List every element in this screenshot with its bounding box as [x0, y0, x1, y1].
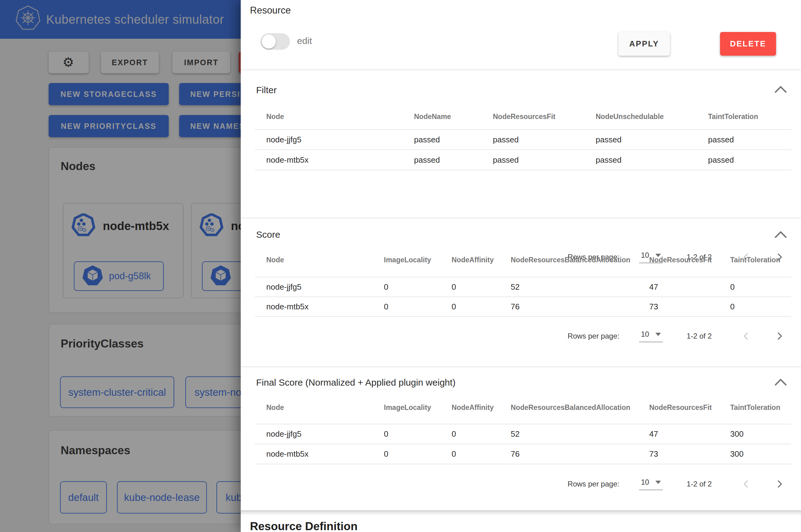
column-header: TaintToleration	[730, 403, 791, 412]
table-cell: node-jjfg5	[255, 282, 384, 292]
caret-down-icon	[655, 333, 661, 336]
table-cell: node-jjfg5	[255, 429, 384, 439]
table-cell: 300	[730, 449, 791, 459]
column-header: NodeResourcesBalancedAllocation	[511, 256, 649, 264]
table-cell: passed	[414, 155, 493, 165]
column-header: ImageLocality	[384, 403, 452, 412]
table-cell: 52	[511, 282, 649, 292]
page-range: 1-2 of 2	[687, 332, 712, 340]
resource-definition-title: Resource Definition	[250, 520, 358, 532]
card-divider	[241, 510, 801, 514]
table-row: node-mtb5x0076730	[255, 297, 791, 317]
final-score-section-title: Final Score (Normalized + Applied plugin…	[256, 377, 456, 388]
rows-per-page-label: Rows per page:	[568, 332, 619, 340]
table-cell: 73	[649, 302, 730, 311]
next-page-button[interactable]	[772, 477, 787, 491]
chevron-up-icon	[774, 230, 787, 239]
chevron-left-icon	[742, 479, 751, 489]
column-header: NodeResourcesFit	[493, 113, 596, 121]
table-row: node-mtb5xpassedpassedpassedpassed	[255, 150, 791, 170]
score-section-title: Score	[256, 229, 280, 240]
table-cell: node-jjfg5	[255, 135, 414, 145]
chevron-up-icon	[774, 85, 787, 94]
table-cell: 47	[649, 282, 730, 292]
previous-page-button[interactable]	[739, 477, 753, 491]
collapse-section-button[interactable]	[774, 229, 787, 241]
dialog-title: Resource	[250, 5, 291, 16]
table-cell: 76	[511, 302, 649, 311]
table-cell: 0	[452, 302, 511, 311]
column-header: TaintToleration	[708, 113, 791, 121]
column-header: NodeResourcesFit	[649, 256, 730, 264]
final-score-section: Final Score (Normalized + Applied plugin…	[241, 367, 801, 510]
delete-button[interactable]: DELETE	[720, 32, 776, 56]
table-cell: 0	[384, 282, 452, 292]
table-cell: passed	[596, 155, 708, 165]
rows-per-page-value: 10	[641, 478, 649, 487]
column-header: TaintToleration	[730, 256, 791, 264]
apply-button[interactable]: APPLY	[618, 32, 670, 56]
table-row: node-jjfg50052470	[255, 278, 791, 297]
edit-toggle[interactable]	[260, 33, 290, 50]
table-cell: passed	[414, 135, 493, 145]
score-section: Score NodeImageLocalityNodeAffinityNodeR…	[241, 218, 801, 367]
table-cell: 0	[452, 449, 511, 459]
filter-section-title: Filter	[256, 85, 277, 95]
column-header: NodeUnschedulable	[596, 113, 708, 121]
column-header: ImageLocality	[384, 256, 452, 264]
table-header-row: NodeImageLocalityNodeAffinityNodeResourc…	[255, 243, 791, 278]
table-cell: 0	[452, 429, 511, 439]
table-cell: 0	[452, 282, 511, 292]
column-header: Node	[255, 113, 414, 121]
table-cell: passed	[493, 135, 596, 145]
table-cell: passed	[493, 155, 596, 165]
collapse-section-button[interactable]	[774, 84, 787, 96]
score-table: NodeImageLocalityNodeAffinityNodeResourc…	[255, 243, 791, 317]
caret-down-icon	[655, 481, 661, 484]
previous-page-button[interactable]	[739, 329, 753, 343]
table-cell: node-mtb5x	[255, 302, 384, 311]
toggle-thumb-icon	[262, 35, 276, 49]
page-range: 1-2 of 2	[687, 480, 712, 488]
table-cell: 0	[384, 449, 452, 459]
table-cell: node-mtb5x	[255, 449, 384, 459]
column-header: NodeResourcesBalancedAllocation	[511, 403, 649, 412]
filter-section: Filter NodeNodeNameNodeResourcesFitNodeU…	[241, 70, 801, 218]
resource-definition-section: Resource Definition	[241, 514, 801, 532]
dialog-header: Resource edit APPLY DELETE	[241, 0, 801, 70]
table-cell: 0	[384, 429, 452, 439]
table-header-row: NodeNodeNameNodeResourcesFitNodeUnschedu…	[255, 104, 791, 130]
next-page-button[interactable]	[772, 329, 787, 343]
chevron-left-icon	[742, 331, 751, 341]
edit-toggle-label: edit	[297, 36, 312, 46]
table-header-row: NodeImageLocalityNodeAffinityNodeResourc…	[255, 391, 791, 424]
column-header: Node	[255, 256, 384, 264]
chevron-right-icon	[775, 479, 784, 489]
table-cell: 76	[511, 449, 649, 459]
column-header: NodeAffinity	[452, 403, 511, 412]
column-header: NodeAffinity	[452, 256, 511, 264]
filter-table: NodeNodeNameNodeResourcesFitNodeUnschedu…	[255, 104, 791, 170]
collapse-section-button[interactable]	[774, 376, 787, 389]
rows-per-page-select[interactable]: 10	[639, 330, 663, 342]
table-cell: 0	[730, 302, 791, 311]
table-cell: passed	[708, 135, 791, 145]
column-header: NodeResourcesFit	[649, 403, 730, 412]
table-cell: node-mtb5x	[255, 155, 414, 165]
rows-per-page-value: 10	[641, 330, 649, 339]
table-cell: passed	[596, 135, 708, 145]
table-cell: 52	[511, 429, 649, 439]
table-cell: 73	[649, 449, 730, 459]
chevron-right-icon	[775, 331, 784, 341]
column-header: NodeName	[414, 113, 493, 121]
table-cell: passed	[708, 155, 791, 165]
column-header: Node	[255, 403, 384, 412]
table-cell: 300	[730, 429, 791, 439]
rows-per-page-label: Rows per page:	[568, 480, 619, 488]
final-score-table: NodeImageLocalityNodeAffinityNodeResourc…	[255, 391, 791, 464]
table-row: node-jjfg5005247300	[255, 424, 791, 444]
pagination: Rows per page: 10 1-2 of 2	[255, 473, 787, 495]
table-cell: 0	[730, 282, 791, 292]
rows-per-page-select[interactable]: 10	[639, 478, 663, 490]
resource-dialog: Resource edit APPLY DELETE Filter NodeNo…	[241, 0, 801, 532]
